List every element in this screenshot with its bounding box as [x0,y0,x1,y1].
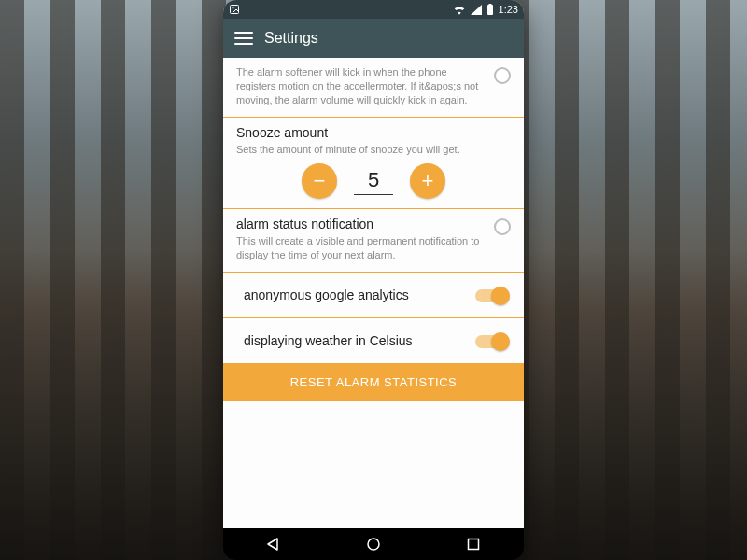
analytics-toggle[interactable] [475,289,507,302]
app-bar: Settings [223,19,524,58]
setting-alarm-softener: The alarm softener will kick in when the… [223,58,524,118]
phone-frame: 1:23 Settings The alarm softener will ki… [223,0,524,560]
setting-status-notification: alarm status notification This will crea… [223,209,524,273]
phone-screen: 1:23 Settings The alarm softener will ki… [223,0,524,528]
nav-back-button[interactable] [263,534,284,554]
nav-recent-button[interactable] [463,534,484,554]
celsius-toggle[interactable] [475,335,507,348]
svg-point-1 [233,7,234,9]
page-title: Settings [264,30,318,47]
svg-rect-0 [231,6,239,14]
status-notif-desc: This will create a visible and permanent… [236,234,485,262]
celsius-label: displaying weather in Celsius [244,333,413,348]
setting-snooze-amount: Snooze amount Sets the amount of minute … [223,118,524,210]
android-navbar [223,528,524,560]
snooze-stepper: − 5 + [236,163,511,199]
status-notif-toggle[interactable] [494,218,511,235]
setting-analytics: anonymous google analytics [223,273,524,318]
image-icon [229,4,240,15]
alarm-softener-desc: The alarm softener will kick in when the… [236,65,485,107]
svg-rect-5 [469,539,479,550]
analytics-label: anonymous google analytics [244,287,409,302]
reset-statistics-button[interactable]: RESET ALARM STATISTICS [223,363,524,401]
wifi-icon [453,5,466,15]
settings-content: The alarm softener will kick in when the… [223,58,524,528]
signal-icon [471,5,482,15]
battery-icon [486,4,494,15]
svg-rect-2 [487,5,493,15]
menu-icon[interactable] [234,32,253,45]
status-bar: 1:23 [223,0,524,19]
svg-rect-3 [488,4,491,6]
snooze-desc: Sets the amount of minute of snooze you … [236,143,511,157]
svg-point-4 [368,539,379,550]
nav-home-button[interactable] [363,534,384,554]
snooze-decrease-button[interactable]: − [302,163,337,199]
snooze-value[interactable]: 5 [354,168,393,195]
snooze-title: Snooze amount [236,125,511,140]
status-time: 1:23 [499,4,518,15]
snooze-increase-button[interactable]: + [410,163,445,199]
setting-celsius: displaying weather in Celsius [223,318,524,363]
alarm-softener-toggle[interactable] [494,67,511,84]
status-notif-title: alarm status notification [236,217,485,231]
